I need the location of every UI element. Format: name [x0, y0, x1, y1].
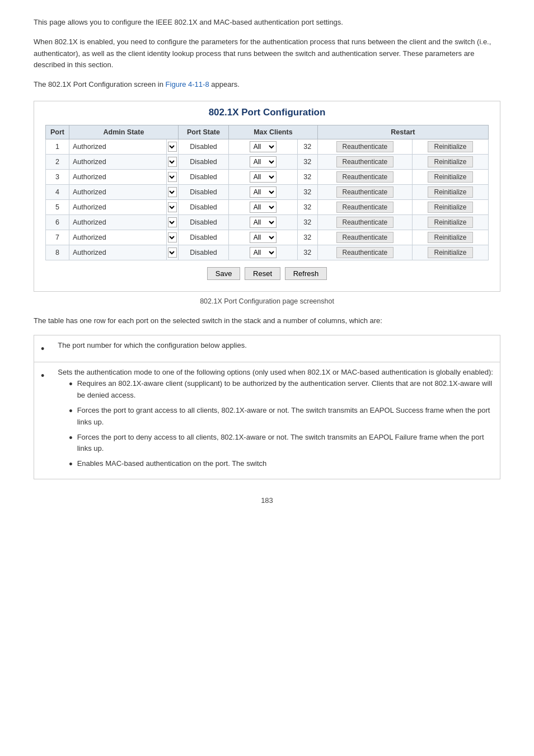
port-num: 7	[46, 230, 69, 245]
reauthenticate-cell: Reauthenticate	[317, 214, 412, 230]
max-clients-type-select[interactable]: All	[250, 171, 277, 183]
sub-bullet-dot: •	[69, 405, 72, 418]
sub-bullet-dot: •	[69, 432, 72, 445]
max-clients-type-select[interactable]: All	[250, 202, 277, 213]
port-num: 2	[46, 154, 69, 169]
admin-state-dropdown-cell: AuthorizedUnauthorizedForce Authorized	[166, 245, 178, 260]
reauthenticate-button[interactable]: Reauthenticate	[336, 186, 394, 198]
sub-bullet-item: •Forces the port to grant access to all …	[69, 405, 493, 428]
reinitialize-cell: Reinitialize	[412, 230, 488, 245]
table-caption: 802.1X Port Configuration page screensho…	[34, 297, 500, 305]
max-clients-type-select[interactable]: All	[250, 232, 277, 243]
reinitialize-button[interactable]: Reinitialize	[428, 141, 472, 152]
reauthenticate-button[interactable]: Reauthenticate	[336, 247, 394, 258]
reauthenticate-button[interactable]: Reauthenticate	[336, 217, 394, 228]
port-state: Disabled	[178, 139, 228, 154]
sub-bullet-item: •Enables MAC-based authentication on the…	[69, 458, 493, 471]
reauthenticate-cell: Reauthenticate	[317, 230, 412, 245]
max-clients-type-select[interactable]: All	[250, 186, 277, 198]
col-header-max-clients: Max Clients	[228, 125, 317, 139]
max-clients-type-select[interactable]: All	[250, 156, 277, 167]
intro-para1: This page allows you to configure the IE…	[34, 17, 500, 29]
table-row: 3AuthorizedAuthorizedUnauthorizedForce A…	[46, 169, 489, 184]
reset-button[interactable]: Reset	[245, 267, 280, 280]
table-row: 7AuthorizedAuthorizedUnauthorizedForce A…	[46, 230, 489, 245]
desc-row-2: • Sets the authentication mode to one of…	[34, 362, 500, 479]
max-clients-type-select[interactable]: All	[250, 141, 277, 152]
reauthenticate-cell: Reauthenticate	[317, 169, 412, 184]
sub-bullet-item: •Forces the port to deny access to all c…	[69, 432, 493, 455]
desc-content-2-main: Sets the authentication mode to one of t…	[58, 368, 493, 376]
port-num: 8	[46, 245, 69, 260]
max-clients-value: 32	[297, 245, 317, 260]
admin-state-text: Authorized	[69, 199, 167, 214]
table-desc-text: The table has one row for each port on t…	[34, 315, 500, 327]
max-clients-type-cell: All	[228, 199, 297, 214]
admin-state-dropdown-cell: AuthorizedUnauthorizedForce Authorized	[166, 184, 178, 199]
reauthenticate-button[interactable]: Reauthenticate	[336, 202, 394, 213]
reinitialize-button[interactable]: Reinitialize	[428, 171, 472, 183]
reinitialize-button[interactable]: Reinitialize	[428, 247, 472, 258]
reauthenticate-button[interactable]: Reauthenticate	[336, 171, 394, 183]
sub-bullets: •Requires an 802.1X-aware client (suppli…	[69, 378, 493, 470]
admin-state-select[interactable]: AuthorizedUnauthorizedForce Authorized	[168, 157, 177, 167]
reinitialize-button[interactable]: Reinitialize	[428, 186, 472, 198]
reinitialize-cell: Reinitialize	[412, 199, 488, 214]
table-row: 2AuthorizedAuthorizedUnauthorizedForce A…	[46, 154, 489, 169]
save-button[interactable]: Save	[207, 267, 241, 280]
reauthenticate-cell: Reauthenticate	[317, 199, 412, 214]
col-header-port-state: Port State	[178, 125, 228, 139]
reauthenticate-button[interactable]: Reauthenticate	[336, 156, 394, 167]
admin-state-dropdown-cell: AuthorizedUnauthorizedForce Authorized	[166, 214, 178, 230]
port-state: Disabled	[178, 169, 228, 184]
intro-para3-suffix: appears.	[209, 80, 240, 88]
port-num: 1	[46, 139, 69, 154]
table-row: 5AuthorizedAuthorizedUnauthorizedForce A…	[46, 199, 489, 214]
port-num: 4	[46, 184, 69, 199]
port-state: Disabled	[178, 199, 228, 214]
admin-state-select[interactable]: AuthorizedUnauthorizedForce Authorized	[168, 248, 177, 258]
port-num: 3	[46, 169, 69, 184]
port-state: Disabled	[178, 230, 228, 245]
reinitialize-button[interactable]: Reinitialize	[428, 156, 472, 167]
max-clients-type-cell: All	[228, 230, 297, 245]
max-clients-type-select[interactable]: All	[250, 247, 277, 258]
bullet-1: •	[34, 335, 51, 362]
max-clients-type-cell: All	[228, 139, 297, 154]
admin-state-text: Authorized	[69, 214, 167, 230]
refresh-button[interactable]: Refresh	[285, 267, 327, 280]
intro-para3-prefix: The 802.1X Port Configuration screen in	[34, 80, 166, 88]
bullet-2: •	[34, 362, 51, 479]
admin-state-text: Authorized	[69, 169, 167, 184]
reauthenticate-button[interactable]: Reauthenticate	[336, 141, 394, 152]
sub-bullet-text: Forces the port to grant access to all c…	[77, 405, 493, 428]
admin-state-select[interactable]: AuthorizedUnauthorizedForce Authorized	[168, 217, 177, 227]
reinitialize-cell: Reinitialize	[412, 214, 488, 230]
max-clients-type-cell: All	[228, 169, 297, 184]
admin-state-dropdown-cell: AuthorizedUnauthorizedForce Authorized	[166, 139, 178, 154]
desc-row-1: • The port number for which the configur…	[34, 335, 500, 362]
reinitialize-button[interactable]: Reinitialize	[428, 202, 472, 213]
table-row: 6AuthorizedAuthorizedUnauthorizedForce A…	[46, 214, 489, 230]
reinitialize-cell: Reinitialize	[412, 169, 488, 184]
admin-state-select[interactable]: AuthorizedUnauthorizedForce Authorized	[168, 142, 177, 152]
admin-state-select[interactable]: AuthorizedUnauthorizedForce Authorized	[168, 187, 177, 197]
page-number: 183	[34, 496, 500, 505]
reinitialize-button[interactable]: Reinitialize	[428, 232, 472, 243]
table-row: 8AuthorizedAuthorizedUnauthorizedForce A…	[46, 245, 489, 260]
figure-link[interactable]: Figure 4-11-8	[166, 80, 209, 88]
action-row: Save Reset Refresh	[45, 267, 489, 280]
col-header-admin-state: Admin State	[69, 125, 179, 139]
admin-state-select[interactable]: AuthorizedUnauthorizedForce Authorized	[168, 202, 177, 212]
reauthenticate-cell: Reauthenticate	[317, 245, 412, 260]
admin-state-select[interactable]: AuthorizedUnauthorizedForce Authorized	[168, 172, 177, 182]
col-header-restart: Restart	[317, 125, 488, 139]
reinitialize-button[interactable]: Reinitialize	[428, 217, 472, 228]
config-box: 802.1X Port Configuration Port Admin Sta…	[34, 101, 500, 292]
max-clients-type-select[interactable]: All	[250, 217, 277, 228]
admin-state-dropdown-cell: AuthorizedUnauthorizedForce Authorized	[166, 154, 178, 169]
sub-bullet-text: Requires an 802.1X-aware client (supplic…	[77, 378, 493, 402]
reauthenticate-button[interactable]: Reauthenticate	[336, 232, 394, 243]
admin-state-select[interactable]: AuthorizedUnauthorizedForce Authorized	[168, 232, 177, 242]
admin-state-text: Authorized	[69, 139, 167, 154]
